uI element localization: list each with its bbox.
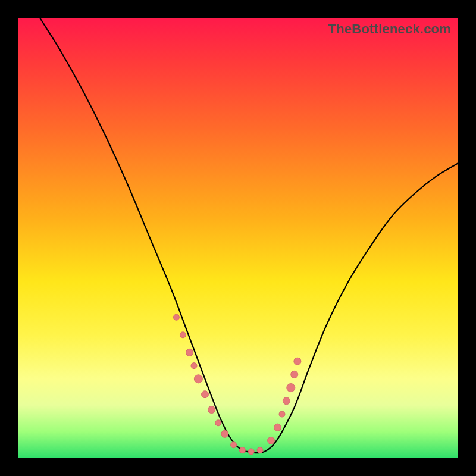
data-point (231, 442, 237, 448)
data-point (257, 447, 263, 453)
plot-area: TheBottleneck.com (18, 18, 458, 458)
data-point (268, 437, 275, 444)
data-point (208, 406, 215, 414)
data-point (279, 411, 285, 417)
data-point (194, 375, 202, 383)
data-point (287, 384, 295, 392)
data-point (274, 424, 281, 431)
data-point (239, 447, 245, 453)
curve-line (40, 18, 458, 453)
data-point (294, 358, 301, 365)
chart-svg (18, 18, 458, 458)
data-point (221, 430, 228, 437)
data-point (248, 449, 254, 455)
data-point (291, 371, 298, 378)
data-point (186, 349, 193, 356)
data-point (215, 420, 221, 426)
data-point (191, 363, 197, 369)
scatter-points (173, 314, 301, 455)
data-point (173, 314, 179, 320)
data-point (202, 391, 209, 398)
data-point (283, 397, 290, 405)
data-point (180, 332, 186, 338)
chart-frame: TheBottleneck.com (0, 0, 476, 476)
